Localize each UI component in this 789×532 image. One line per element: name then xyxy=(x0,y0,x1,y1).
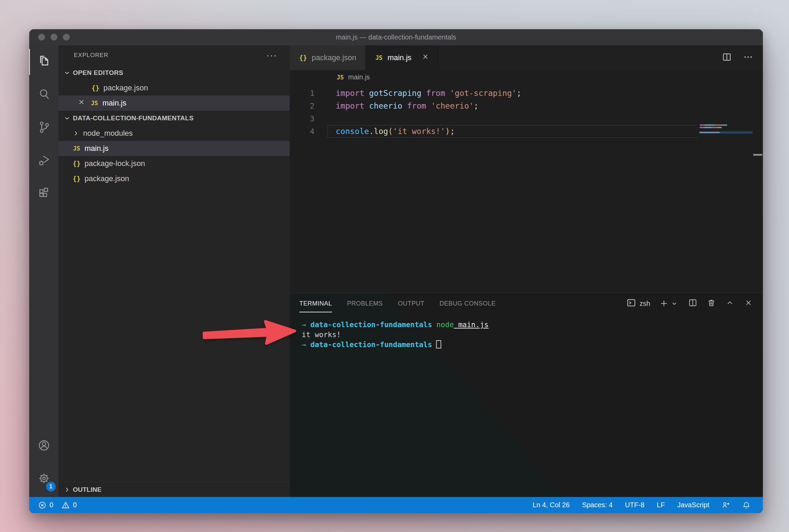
json-file-icon: {} xyxy=(72,160,81,167)
feedback-icon[interactable] xyxy=(722,501,730,509)
panel-header: TERMINALPROBLEMSOUTPUTDEBUG CONSOLE zsh xyxy=(290,293,763,314)
breadcrumb[interactable]: JS main.js xyxy=(290,70,763,84)
editor-group: {}package.jsonJSmain.js JS main.js 1impo… xyxy=(290,45,763,497)
panel-tab-terminal[interactable]: TERMINAL xyxy=(299,293,332,314)
js-file-icon: JS xyxy=(90,100,99,107)
open-editors-section-header[interactable]: OPEN EDITORS xyxy=(58,65,290,80)
line-number: 3 xyxy=(290,112,314,125)
code-text: import cheerio from 'cheerio'; xyxy=(336,101,478,110)
terminal-line: → data-collection-fundamentals xyxy=(302,340,763,350)
tree-item-package-lock.json[interactable]: {}package-lock.json xyxy=(58,156,290,171)
minimize-window-button[interactable] xyxy=(51,34,57,41)
file-label: package.json xyxy=(85,174,129,183)
file-label: node_modules xyxy=(83,129,133,138)
close-window-button[interactable] xyxy=(38,34,45,41)
line-number: 2 xyxy=(290,100,314,112)
account-icon xyxy=(36,438,52,454)
activity-bar-item-account[interactable] xyxy=(29,430,58,463)
errors-count: 0 xyxy=(49,501,53,509)
tree-item-package.json[interactable]: {}package.json xyxy=(58,171,290,186)
editor-tab-package.json[interactable]: {}package.json xyxy=(290,45,366,70)
shell-label: zsh xyxy=(640,300,650,308)
line-number: 4 xyxy=(290,125,314,138)
errors-icon xyxy=(38,501,46,509)
maximize-window-button[interactable] xyxy=(63,34,70,41)
terminal-output[interactable]: → data-collection-fundamentals node main… xyxy=(290,314,763,350)
terminal-line: → data-collection-fundamentals node main… xyxy=(302,320,763,330)
chevron-down-icon xyxy=(63,114,71,122)
status-item[interactable]: Ln 4, Col 26 xyxy=(533,501,570,509)
chevron-down-icon xyxy=(63,69,71,77)
activity-bar-item-source-control[interactable] xyxy=(29,111,58,144)
run-debug-icon xyxy=(36,153,52,169)
code-line-4: 4console.log('it works!'); xyxy=(290,125,763,138)
split-terminal-icon[interactable] xyxy=(688,298,698,309)
problems-status[interactable]: 0 0 xyxy=(38,501,77,509)
open-editors-label: OPEN EDITORS xyxy=(73,69,123,77)
status-item[interactable]: JavaScript xyxy=(677,501,709,509)
new-terminal-button[interactable] xyxy=(659,299,679,308)
minimap[interactable] xyxy=(699,124,753,165)
activity-bar-item-search[interactable] xyxy=(29,78,58,111)
file-label: main.js xyxy=(85,144,109,153)
title-bar: main.js — data-collection-fundamentals xyxy=(29,29,763,45)
activity-bar-item-explorer[interactable] xyxy=(29,45,58,78)
explorer-icon xyxy=(36,54,52,70)
bell-icon[interactable] xyxy=(742,501,751,509)
code-line-3: 3 xyxy=(290,112,763,125)
maximize-panel-icon[interactable] xyxy=(725,298,735,309)
editor-tab-main.js[interactable]: JSmain.js xyxy=(366,45,439,70)
json-file-icon: {} xyxy=(91,84,100,92)
outline-label: OUTLINE xyxy=(73,486,101,494)
kill-terminal-icon[interactable] xyxy=(707,298,716,309)
search-icon xyxy=(36,87,52,103)
terminal-cursor xyxy=(436,340,441,348)
explorer-sidebar: EXPLORER ··· OPEN EDITORS {}package.json… xyxy=(58,45,290,497)
activity-bar-item-settings[interactable]: 1 xyxy=(29,463,58,496)
panel-tab-problems[interactable]: PROBLEMS xyxy=(347,293,383,314)
tree-item-node_modules[interactable]: node_modules xyxy=(58,126,290,141)
launch-profile-chevron-icon xyxy=(669,299,679,308)
activity-bar-item-run-debug[interactable] xyxy=(29,144,58,177)
file-label: package-lock.json xyxy=(85,159,145,168)
settings-badge: 1 xyxy=(46,482,56,491)
code-editor[interactable]: 1import gotScraping from 'got-scraping';… xyxy=(290,84,763,293)
activity-bar-item-extensions[interactable] xyxy=(29,177,58,210)
panel-tab-debug-console[interactable]: DEBUG CONSOLE xyxy=(440,293,496,314)
source-control-icon xyxy=(36,120,52,136)
tab-label: main.js xyxy=(388,53,412,62)
js-file-icon: JS xyxy=(336,74,345,81)
tree-item-main.js[interactable]: JSmain.js xyxy=(58,141,290,156)
code-line-1: 1import gotScraping from 'got-scraping'; xyxy=(290,87,763,100)
editor-tab-strip: {}package.jsonJSmain.js xyxy=(290,45,763,70)
workspace-folder-label: DATA-COLLECTION-FUNDAMENTALS xyxy=(73,114,193,122)
status-item[interactable]: Spaces: 4 xyxy=(582,501,613,509)
close-panel-icon[interactable] xyxy=(744,298,753,309)
close-icon[interactable] xyxy=(78,98,85,108)
code-text: import gotScraping from 'got-scraping'; xyxy=(336,89,521,98)
split-editor-icon[interactable] xyxy=(722,52,732,64)
status-item[interactable]: LF xyxy=(657,501,665,509)
breadcrumb-file-label: main.js xyxy=(348,73,370,81)
terminal-launch-icon xyxy=(626,298,636,309)
warnings-count: 0 xyxy=(73,501,77,509)
views-and-more-actions-icon[interactable]: ··· xyxy=(266,50,277,61)
js-file-icon: JS xyxy=(72,145,81,152)
window-controls xyxy=(38,34,70,41)
json-file-icon: {} xyxy=(299,54,308,62)
code-text: console.log('it works!'); xyxy=(336,127,455,136)
panel-tab-output[interactable]: OUTPUT xyxy=(398,293,424,314)
js-file-icon: JS xyxy=(375,54,384,61)
more-actions-icon[interactable] xyxy=(743,52,753,64)
close-tab-icon[interactable] xyxy=(422,53,429,63)
code-line-2: 2import cheerio from 'cheerio'; xyxy=(290,100,763,112)
scrollbar-cursor-mark xyxy=(753,154,762,156)
desktop-background: main.js — data-collection-fundamentals 1… xyxy=(0,0,789,532)
outline-section-header[interactable]: OUTLINE xyxy=(58,482,290,497)
open-editor-item-package.json[interactable]: {}package.json xyxy=(58,80,290,96)
open-editor-item-main.js[interactable]: JSmain.js xyxy=(58,96,290,111)
workspace-folder-header[interactable]: DATA-COLLECTION-FUNDAMENTALS xyxy=(58,111,290,126)
status-item[interactable]: UTF-8 xyxy=(625,501,645,509)
extensions-icon xyxy=(36,186,52,202)
terminal-shell-selector[interactable]: zsh xyxy=(626,298,650,309)
